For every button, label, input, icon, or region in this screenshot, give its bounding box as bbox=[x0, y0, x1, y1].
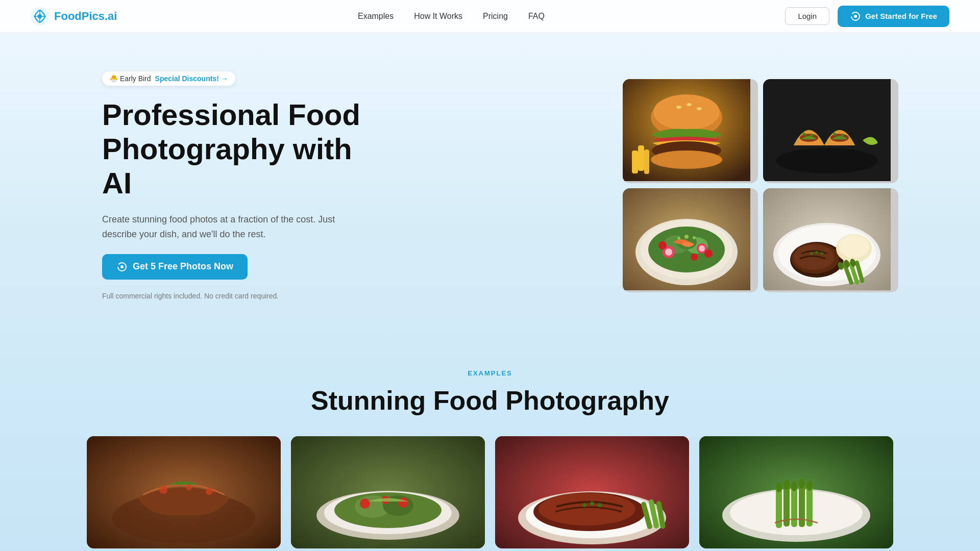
example-photo-3 bbox=[495, 436, 689, 548]
svg-point-51 bbox=[820, 252, 823, 255]
svg-rect-91 bbox=[799, 484, 805, 527]
svg-point-10 bbox=[676, 106, 681, 109]
special-discount-label: Special Discounts! → bbox=[155, 74, 228, 83]
svg-rect-16 bbox=[632, 151, 638, 173]
svg-point-95 bbox=[791, 481, 797, 491]
svg-rect-15 bbox=[638, 145, 644, 171]
login-button[interactable]: Login bbox=[785, 7, 829, 25]
hero-cta-button[interactable]: Get 5 Free Photos Now bbox=[102, 254, 248, 280]
hero-content: 🐣 Early Bird Special Discounts! → Profes… bbox=[102, 71, 368, 300]
hero-disclaimer: Full commercial rights included. No cred… bbox=[102, 292, 368, 300]
svg-point-36 bbox=[699, 245, 705, 252]
nav-faq[interactable]: FAQ bbox=[528, 12, 545, 20]
example-photo-4 bbox=[699, 436, 893, 548]
svg-point-71 bbox=[360, 498, 370, 509]
svg-point-37 bbox=[658, 241, 667, 249]
logo-icon bbox=[31, 7, 49, 26]
example-photo-1 bbox=[87, 436, 281, 548]
examples-title: Stunning Food Photography bbox=[82, 385, 898, 416]
logo-link[interactable]: FoodPics.ai bbox=[31, 7, 117, 26]
svg-point-49 bbox=[810, 252, 813, 255]
navbar: FoodPics.ai Examples How It Works Pricin… bbox=[0, 0, 980, 33]
early-bird-label: 🐣 Early Bird bbox=[109, 74, 151, 83]
svg-point-97 bbox=[806, 481, 813, 491]
svg-point-72 bbox=[398, 497, 408, 508]
svg-point-23 bbox=[810, 134, 813, 137]
examples-label: EXAMPLES bbox=[82, 369, 898, 377]
food-image-tacos bbox=[763, 79, 898, 183]
examples-section: EXAMPLES Stunning Food Photography bbox=[0, 339, 980, 551]
svg-point-41 bbox=[677, 237, 680, 240]
svg-point-40 bbox=[684, 235, 689, 239]
food-image-steak bbox=[763, 188, 898, 292]
svg-point-5 bbox=[120, 265, 124, 268]
svg-point-79 bbox=[582, 503, 586, 507]
svg-point-22 bbox=[802, 133, 805, 136]
nav-pricing[interactable]: Pricing bbox=[483, 12, 508, 20]
logo-text: FoodPics.ai bbox=[54, 10, 117, 23]
svg-point-81 bbox=[598, 503, 602, 507]
svg-point-25 bbox=[841, 134, 844, 137]
svg-point-96 bbox=[799, 479, 805, 489]
svg-point-42 bbox=[693, 236, 696, 239]
svg-point-62 bbox=[159, 486, 167, 494]
svg-point-38 bbox=[704, 249, 713, 258]
svg-point-48 bbox=[794, 244, 835, 270]
svg-point-94 bbox=[783, 480, 790, 490]
svg-point-93 bbox=[776, 482, 782, 492]
svg-point-53 bbox=[839, 235, 869, 258]
nav-how-it-works[interactable]: How It Works bbox=[414, 12, 462, 20]
hero-image-grid bbox=[623, 79, 898, 292]
navbar-actions: Login Get Started for Free bbox=[785, 6, 949, 27]
svg-point-78 bbox=[538, 493, 635, 525]
svg-point-50 bbox=[815, 251, 818, 254]
example-photo-2 bbox=[291, 436, 485, 548]
svg-point-34 bbox=[665, 248, 672, 256]
nav-links: Examples How It Works Pricing FAQ bbox=[358, 12, 545, 21]
svg-rect-90 bbox=[791, 486, 797, 527]
cta-spinner-icon bbox=[116, 261, 128, 272]
nav-examples[interactable]: Examples bbox=[358, 12, 394, 20]
food-image-salad bbox=[623, 188, 758, 292]
svg-point-19 bbox=[776, 148, 878, 173]
svg-point-1 bbox=[38, 14, 42, 18]
get-started-button[interactable]: Get Started for Free bbox=[838, 6, 949, 27]
svg-rect-17 bbox=[644, 149, 649, 174]
spinner-icon bbox=[850, 11, 861, 22]
hero-section: 🐣 Early Bird Special Discounts! → Profes… bbox=[0, 33, 980, 339]
svg-point-3 bbox=[854, 15, 857, 18]
food-image-burger bbox=[623, 79, 758, 183]
svg-point-80 bbox=[590, 502, 594, 506]
examples-photos-grid bbox=[82, 436, 898, 548]
early-bird-badge: 🐣 Early Bird Special Discounts! → bbox=[102, 71, 235, 86]
svg-point-12 bbox=[697, 107, 702, 110]
svg-point-14 bbox=[651, 151, 722, 169]
hero-title: Professional Food Photography with AI bbox=[102, 98, 368, 200]
svg-point-64 bbox=[206, 488, 213, 495]
svg-point-63 bbox=[186, 484, 192, 490]
hero-subtitle: Create stunning food photos at a fractio… bbox=[102, 212, 368, 242]
svg-point-39 bbox=[691, 254, 698, 261]
svg-point-11 bbox=[687, 103, 692, 106]
svg-point-9 bbox=[653, 94, 720, 130]
svg-point-24 bbox=[833, 133, 836, 136]
